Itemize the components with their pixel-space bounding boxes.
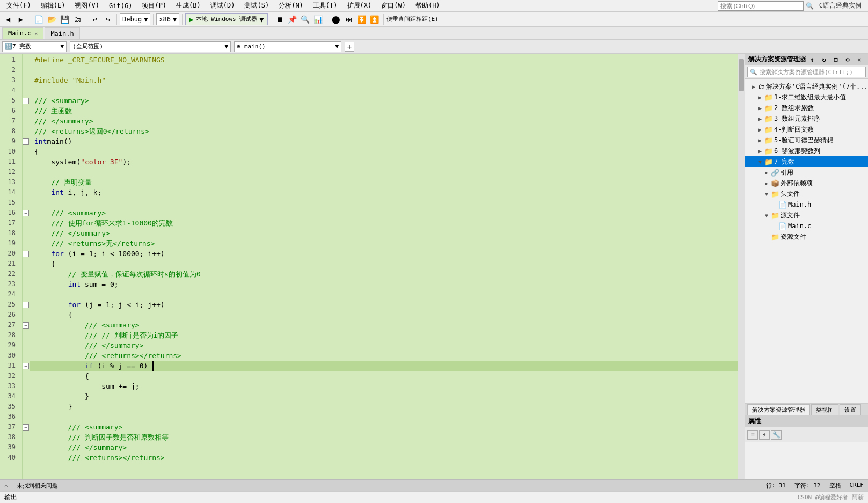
fold-16[interactable]: − bbox=[23, 208, 30, 218]
menu-search-input[interactable] bbox=[718, 1, 804, 11]
tab-main-c-close[interactable]: ✕ bbox=[34, 31, 38, 37]
tree-arrow-root: ▶ bbox=[750, 84, 757, 90]
nav-add-btn[interactable]: + bbox=[345, 42, 354, 52]
toolbar-step-in[interactable]: ⏬ bbox=[356, 13, 368, 25]
fold-37[interactable]: − bbox=[23, 422, 30, 432]
tree-item-ext-dep[interactable]: ▶ 📦 外部依赖项 bbox=[745, 178, 868, 188]
toolbar-extra-2[interactable]: 📌 bbox=[287, 13, 298, 25]
menu-test[interactable]: 测试(S) bbox=[240, 0, 273, 11]
tree-item-mainc[interactable]: 📄 Main.c bbox=[745, 221, 868, 231]
menu-analyze[interactable]: 分析(N) bbox=[274, 0, 308, 11]
scroll-thumb[interactable] bbox=[739, 59, 744, 91]
toolbar-saveall-btn[interactable]: 🗂 bbox=[71, 13, 83, 25]
se-sync-btn[interactable]: ↕ bbox=[807, 55, 818, 64]
fold-31[interactable]: − bbox=[23, 361, 30, 371]
tree-solution-root[interactable]: ▶ 🗂 解决方案'C语言经典实例'(7个... bbox=[745, 81, 868, 92]
debug-config-dropdown[interactable]: Debug ▼ bbox=[120, 13, 150, 25]
toolbar-back-btn[interactable]: ◀ bbox=[2, 13, 14, 25]
toolbar-extra-3[interactable]: 🔍 bbox=[300, 13, 311, 25]
function-dropdown[interactable]: ⚙ main() ▼ bbox=[234, 41, 341, 52]
menu-edit[interactable]: 编辑(E) bbox=[37, 0, 70, 11]
ln-24: 24 bbox=[0, 289, 18, 300]
code-line-20: for (i = 1; i < 10000; i++) bbox=[30, 249, 738, 259]
scope-dropdown[interactable]: 🔢 7-完数 ▼ bbox=[2, 41, 67, 52]
fold-25[interactable]: − bbox=[23, 300, 30, 310]
tab-main-h[interactable]: Main.h bbox=[45, 27, 79, 39]
tree-item-resources[interactable]: 📁 资源文件 bbox=[745, 231, 868, 242]
tree-item-5[interactable]: ▶ 📁 5-验证哥德巴赫猜想 bbox=[745, 135, 868, 145]
ln-3: 3 bbox=[0, 75, 18, 85]
toolbar-extra-1[interactable]: ⏹ bbox=[274, 13, 286, 25]
fold-5[interactable]: − bbox=[23, 96, 30, 106]
menu-file[interactable]: 文件(F) bbox=[2, 0, 35, 11]
menu-project[interactable]: 项目(P) bbox=[137, 0, 171, 11]
se-refresh-btn[interactable]: ↻ bbox=[819, 55, 829, 64]
fold-9[interactable]: − bbox=[23, 136, 30, 147]
fold-36 bbox=[23, 412, 30, 422]
tree-item-7[interactable]: ▼ 📁 7-完数 bbox=[745, 156, 868, 167]
fold-20[interactable]: − bbox=[23, 249, 30, 259]
menu-tools[interactable]: 工具(T) bbox=[309, 0, 342, 11]
toolbar-extra-4[interactable]: 📊 bbox=[312, 13, 324, 25]
tab-main-h-label: Main.h bbox=[50, 30, 74, 38]
toolbar-sep-2 bbox=[86, 14, 86, 25]
tree-item-4[interactable]: ▶ 📁 4-判断回文数 bbox=[745, 124, 868, 135]
menu-help[interactable]: 帮助(H) bbox=[411, 0, 444, 11]
tree-item-6[interactable]: ▶ 📁 6-斐波那契数列 bbox=[745, 145, 868, 156]
code-line-1: #define _CRT_SECURE_NO_WARNINGS bbox=[30, 55, 738, 65]
tree-label-2: 2-数组求累数 bbox=[774, 104, 814, 113]
run-btn[interactable]: ▶ 本地 Windows 调试器 ▼ bbox=[185, 13, 267, 25]
toolbar-undo-btn[interactable]: ↩ bbox=[89, 13, 101, 25]
tree-item-sources[interactable]: ▼ 📁 源文件 bbox=[745, 210, 868, 221]
ln-40: 40 bbox=[0, 453, 18, 463]
menu-build[interactable]: 生成(B) bbox=[172, 0, 205, 11]
ln-17: 17 bbox=[0, 218, 18, 228]
toolbar-fwd-btn[interactable]: ▶ bbox=[15, 13, 27, 25]
props-btn-1[interactable]: ≡ bbox=[747, 430, 758, 440]
toolbar-open-btn[interactable]: 📂 bbox=[46, 13, 57, 25]
right-tab-se[interactable]: 解决方案资源管理器 bbox=[747, 404, 810, 415]
menu-window[interactable]: 窗口(W) bbox=[377, 0, 410, 11]
tree-item-headers[interactable]: ▼ 📁 头文件 bbox=[745, 188, 868, 199]
fold-21 bbox=[23, 259, 30, 269]
code-line-5: /// <summary> bbox=[30, 96, 738, 106]
tree-item-2[interactable]: ▶ 📁 2-数组求累数 bbox=[745, 103, 868, 113]
toolbar-redo-btn[interactable]: ↪ bbox=[102, 13, 114, 25]
code-line-3: #include "Main.h" bbox=[30, 75, 738, 85]
toolbar-breakpt[interactable]: ⬤ bbox=[330, 13, 342, 25]
right-bottom-tabs: 解决方案资源管理器 类视图 设置 bbox=[745, 403, 868, 415]
code-editor[interactable]: 1 2 3 4 5 6 7 8 9 10 11 12 13 14 15 16 1… bbox=[0, 54, 745, 479]
code-lines[interactable]: #define _CRT_SECURE_NO_WARNINGS #include… bbox=[30, 54, 738, 479]
menu-search-icon[interactable]: 🔍 bbox=[806, 2, 814, 10]
toolbar-step-out[interactable]: ⏫ bbox=[369, 13, 381, 25]
properties-header: 属性 bbox=[745, 415, 868, 427]
se-settings-btn[interactable]: ⚙ bbox=[842, 55, 853, 64]
tree-item-mainh[interactable]: 📄 Main.h bbox=[745, 199, 868, 210]
right-tab-cv[interactable]: 类视图 bbox=[811, 404, 838, 415]
tree-item-3[interactable]: ▶ 📁 3-数组元素排序 bbox=[745, 113, 868, 124]
se-search-box[interactable]: 🔍 搜索解决方案资源管理器(Ctrl+;) bbox=[747, 67, 866, 77]
fold-27[interactable]: − bbox=[23, 320, 30, 330]
props-btn-2[interactable]: ⚡ bbox=[759, 430, 770, 440]
toolbar-new-btn[interactable]: 📄 bbox=[33, 13, 45, 25]
toolbar-next[interactable]: ⏭ bbox=[343, 13, 355, 25]
platform-dropdown[interactable]: x86 ▼ bbox=[156, 13, 179, 25]
menu-git[interactable]: Git(G) bbox=[105, 1, 136, 11]
ln-27: 27 bbox=[0, 320, 18, 330]
tab-main-c[interactable]: Main.c ✕ bbox=[2, 27, 43, 39]
tree-item-1[interactable]: ▶ 📁 1-求二维数组最大最小值 bbox=[745, 92, 868, 103]
toolbar-save-btn[interactable]: 💾 bbox=[59, 13, 70, 25]
menu-view[interactable]: 视图(V) bbox=[70, 0, 104, 11]
menu-debug[interactable]: 调试(D) bbox=[206, 0, 239, 11]
vertical-scrollbar[interactable] bbox=[738, 54, 745, 479]
right-tab-settings[interactable]: 设置 bbox=[840, 404, 861, 415]
props-btn-3[interactable]: 🔧 bbox=[771, 430, 782, 440]
fold-6 bbox=[23, 106, 30, 116]
code-line-19: /// <returns>无</returns> bbox=[30, 238, 738, 249]
se-collapse-btn[interactable]: ⊟ bbox=[830, 55, 841, 64]
code-line-31: if (i % j == 0) bbox=[30, 361, 738, 371]
context-dropdown[interactable]: (全局范围) ▼ bbox=[70, 41, 231, 52]
se-close-btn[interactable]: ✕ bbox=[854, 55, 865, 64]
tree-item-ref[interactable]: ▶ 🔗 引用 bbox=[745, 167, 868, 178]
menu-extend[interactable]: 扩展(X) bbox=[343, 0, 376, 11]
